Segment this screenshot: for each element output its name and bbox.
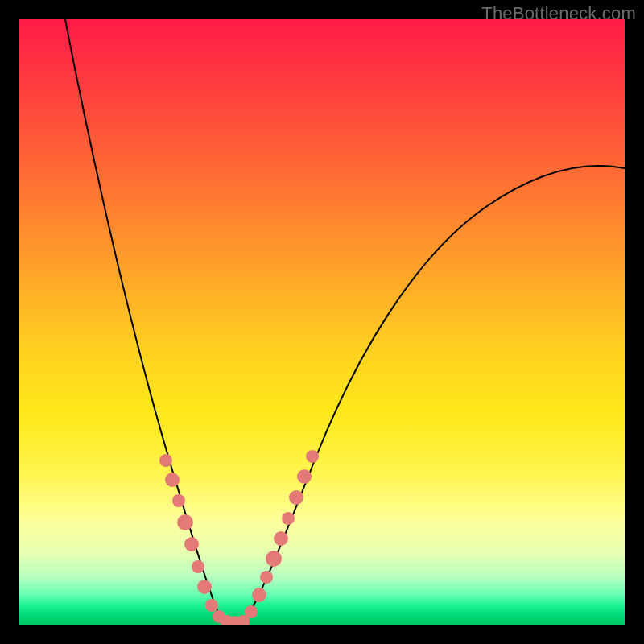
dot-icon (282, 512, 295, 525)
watermark-text: TheBottleneck.com (481, 3, 636, 24)
dot-icon (192, 560, 204, 573)
dot-icon (297, 469, 312, 484)
dot-icon (260, 571, 273, 584)
dot-icon (172, 494, 185, 507)
dot-icon (245, 605, 258, 618)
curve-left-branch (64, 19, 219, 615)
chart-svg (19, 19, 625, 625)
dot-icon (159, 454, 172, 467)
dot-icon (289, 490, 303, 505)
dot-icon (266, 551, 282, 567)
curve-right-branch (243, 166, 625, 622)
dot-icon (274, 531, 288, 546)
dot-icon (177, 514, 193, 530)
chart-frame (19, 19, 625, 625)
dot-icon (197, 580, 212, 594)
dot-icon (306, 450, 319, 463)
dot-icon (184, 537, 199, 551)
dot-icon (165, 473, 180, 487)
dot-icon (205, 599, 218, 612)
dot-icon (252, 588, 266, 602)
